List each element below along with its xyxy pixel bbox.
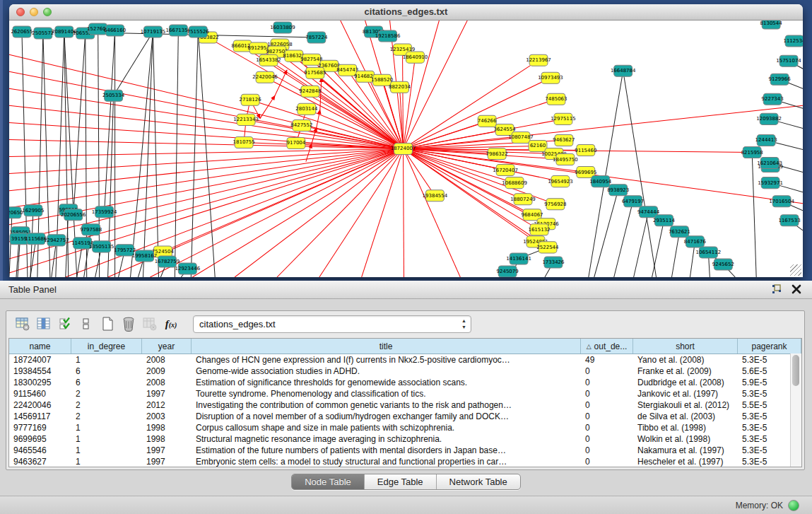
table-settings-icon[interactable]: [13, 315, 32, 333]
citation-edge[interactable]: [623, 71, 657, 277]
citation-edge[interactable]: [362, 149, 404, 278]
graph-node[interactable]: 8130544: [760, 21, 783, 29]
row-options-icon[interactable]: [77, 315, 95, 333]
graph-node[interactable]: 9756928: [544, 199, 566, 210]
graph-node[interactable]: 9242848: [299, 86, 321, 97]
column-header-short[interactable]: short: [633, 339, 738, 354]
citation-edge[interactable]: [404, 105, 803, 148]
graph-node[interactable]: 1733426: [542, 257, 565, 268]
tab-node-table[interactable]: Node Table: [292, 474, 365, 489]
graph-node[interactable]: 13505135: [89, 241, 114, 252]
table-row[interactable]: 1830029562008Estimation of significance …: [9, 377, 801, 388]
graph-node[interactable]: 12213343: [233, 114, 259, 125]
graph-node[interactable]: 9227343: [762, 93, 784, 105]
window-resize-grip[interactable]: [790, 264, 801, 276]
citation-edge[interactable]: [652, 221, 664, 277]
graph-node[interactable]: 1112534: [783, 35, 803, 47]
citation-edge[interactable]: [191, 32, 198, 277]
table-row[interactable]: 969969511998Structural magnetic resonanc…: [9, 433, 801, 445]
column-header-outde[interactable]: △out_de...: [581, 339, 633, 354]
column-header-indegree[interactable]: in_degree: [71, 339, 142, 354]
graph-node[interactable]: 8938923: [607, 185, 629, 196]
graph-node[interactable]: 7515526: [187, 26, 210, 37]
citation-edge[interactable]: [198, 32, 215, 277]
citation-edge[interactable]: [73, 33, 86, 215]
graph-node[interactable]: 15932971: [758, 177, 783, 189]
create-table-icon[interactable]: [98, 315, 117, 333]
graph-node[interactable]: 19218586: [375, 30, 401, 42]
graph-node[interactable]: 2505334: [102, 90, 125, 101]
graph-node[interactable]: 2935114: [653, 215, 676, 226]
graph-node[interactable]: 746266: [478, 115, 497, 127]
graph-node[interactable]: 9797588: [80, 224, 102, 235]
column-header-name[interactable]: name: [9, 339, 71, 354]
citation-edge[interactable]: [277, 149, 404, 278]
scrollbar-thumb[interactable]: [792, 355, 799, 386]
graph-node[interactable]: 2505572: [32, 28, 54, 39]
graph-node[interactable]: 1167533: [778, 215, 800, 226]
graph-node[interactable]: 7857224: [305, 32, 328, 43]
graph-node[interactable]: 19958167: [132, 250, 158, 262]
citation-edge[interactable]: [634, 212, 649, 277]
citation-edge[interactable]: [317, 110, 320, 127]
graph-node[interactable]: 2620650: [9, 207, 23, 218]
graph-node[interactable]: 22420046: [252, 71, 278, 83]
graph-node[interactable]: 1810755: [233, 136, 255, 148]
graph-node[interactable]: 18495750: [553, 154, 578, 165]
float-panel-icon[interactable]: [771, 284, 782, 295]
citation-edge[interactable]: [105, 30, 115, 212]
graph-node[interactable]: 8215958: [741, 146, 763, 158]
graph-node[interactable]: 12975115: [551, 113, 576, 124]
network-canvas[interactable]: 1872400776638228660123891295418226058982…: [9, 21, 803, 277]
citation-edge[interactable]: [143, 32, 153, 277]
table-row[interactable]: 2242004622012Investigating the contribut…: [9, 399, 801, 411]
graph-node[interactable]: 9175685: [304, 67, 326, 78]
graph-node[interactable]: 2803144: [295, 103, 318, 115]
citation-edge[interactable]: [404, 149, 539, 230]
graph-node[interactable]: 19384554: [423, 190, 448, 201]
graph-node[interactable]: 16210643: [757, 158, 782, 169]
graph-node[interactable]: 7986322: [486, 148, 508, 159]
citation-edge[interactable]: [752, 153, 756, 277]
graph-node[interactable]: 12093882: [756, 113, 782, 124]
graph-node[interactable]: 2718126: [240, 94, 262, 105]
graph-node[interactable]: 2522544: [536, 242, 559, 253]
graph-node[interactable]: 18724007: [391, 143, 416, 154]
citation-edge[interactable]: [9, 213, 12, 277]
graph-node[interactable]: 16720407: [493, 165, 518, 176]
citation-edge[interactable]: [319, 149, 404, 278]
graph-node[interactable]: 12213967: [526, 54, 551, 66]
graph-node[interactable]: 15751074: [776, 55, 801, 66]
graph-node[interactable]: 16543382: [256, 54, 281, 66]
graph-node[interactable]: 16033809: [270, 22, 295, 33]
graph-node[interactable]: 12923446: [175, 263, 201, 274]
citation-edge[interactable]: [594, 190, 618, 277]
graph-node[interactable]: 9245652: [712, 259, 734, 270]
function-builder-icon[interactable]: f(x): [162, 315, 180, 333]
citation-edge[interactable]: [98, 29, 100, 277]
graph-node[interactable]: 1629905: [22, 205, 44, 216]
citation-edge[interactable]: [404, 21, 468, 149]
delete-columns-icon[interactable]: [141, 315, 159, 333]
citation-edge[interactable]: [250, 100, 403, 148]
tab-edge-table[interactable]: Edge Table: [365, 474, 437, 489]
column-header-pagerank[interactable]: pagerank: [738, 339, 801, 354]
graph-node[interactable]: 14136141: [506, 253, 531, 264]
graph-node[interactable]: 8471676: [684, 236, 707, 247]
graph-node[interactable]: 9129966: [769, 74, 792, 85]
graph-node[interactable]: 16648784: [611, 65, 636, 76]
citation-edge[interactable]: [9, 149, 404, 242]
graph-node[interactable]: 9115460: [575, 144, 596, 156]
citation-edge[interactable]: [404, 149, 404, 278]
graph-node[interactable]: 20206556: [61, 209, 86, 221]
vertical-scrollbar[interactable]: [790, 354, 801, 467]
table-row[interactable]: 911546021997Tourette syndrome. Phenomeno…: [9, 388, 801, 399]
tab-network-table[interactable]: Network Table: [437, 474, 520, 489]
network-window-titlebar[interactable]: citations_edges.txt: [9, 4, 803, 21]
table-row[interactable]: 946554611997Estimation of the future num…: [9, 445, 801, 456]
graph-node[interactable]: 1615132: [528, 224, 550, 235]
graph-node[interactable]: 2620655: [11, 26, 33, 37]
citation-edge[interactable]: [235, 149, 403, 278]
graph-node[interactable]: 1840954: [589, 176, 612, 187]
column-header-year[interactable]: year: [142, 339, 192, 354]
